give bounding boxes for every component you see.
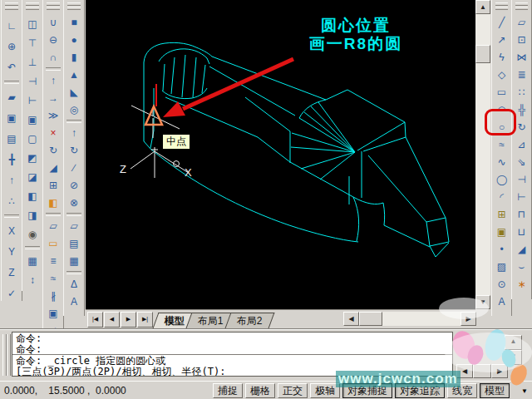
drawing-vscrollbar[interactable]: ▲ ▼ [475, 0, 490, 309]
status-button-捕捉[interactable]: 捕捉 [213, 383, 243, 398]
view-left-icon[interactable]: ⊣ [24, 74, 41, 89]
drawing-hscrollbar[interactable]: ◀ ▶ [343, 312, 475, 326]
offset-faces-icon[interactable]: ≫ [45, 108, 62, 123]
stretch-icon[interactable]: ⇘ [514, 155, 530, 170]
rotate-faces-icon[interactable]: ↻ [45, 143, 62, 158]
toolbar-grip[interactable] [43, 2, 63, 11]
mirror-icon[interactable]: ⋈ [514, 50, 530, 65]
extend-icon[interactable]: ⊢ [514, 190, 530, 204]
copy-faces-icon[interactable]: ⊞ [45, 178, 62, 193]
command-hscroll-thumb[interactable] [473, 364, 491, 378]
scroll-down-button[interactable]: ▼ [475, 295, 490, 309]
scroll-right-button[interactable]: ▶ [461, 312, 476, 326]
section-icon[interactable]: ⊘ [66, 178, 82, 193]
toolbar-grip[interactable] [2, 2, 22, 11]
intersect-icon[interactable]: ∩ [45, 50, 62, 65]
sphere-icon[interactable]: ● [66, 32, 82, 47]
scroll-left-button[interactable]: ◀ [343, 312, 359, 326]
torus-icon[interactable]: ◎ [66, 102, 82, 117]
cylinder-icon[interactable]: ▮ [66, 50, 82, 65]
copy-edges-icon[interactable]: ▱ [45, 219, 62, 234]
revision-cloud-icon[interactable]: ≈ [494, 137, 510, 152]
view-nw-isometric-icon[interactable]: ◨ [24, 208, 41, 223]
break-at-point-icon[interactable]: ⊓ [514, 207, 530, 222]
break-icon[interactable]: ⊔ [514, 224, 530, 239]
ellipse-arc-icon[interactable]: ◜ [494, 190, 510, 204]
toolbar-grip[interactable] [64, 2, 84, 11]
make-block-icon[interactable]: ▣ [494, 224, 510, 239]
construction-line-icon[interactable]: ↗ [494, 32, 510, 47]
view-bottom-icon[interactable]: ⊥ [24, 55, 41, 70]
view-ne-isometric-icon[interactable]: ◧ [24, 189, 41, 204]
ucs-face-icon[interactable]: ▰ [3, 90, 20, 105]
shell-icon[interactable]: ▣ [45, 306, 62, 321]
color-faces-icon[interactable]: ◧ [45, 195, 62, 210]
ucs-z-axis-vector-icon[interactable]: ↑ [3, 173, 20, 188]
union-icon[interactable]: ∪ [45, 15, 62, 30]
status-button-栅格[interactable]: 栅格 [245, 383, 275, 398]
ucs-origin-icon[interactable]: ╋ [3, 152, 20, 167]
status-button-正交[interactable]: 正交 [278, 383, 308, 398]
revolve-icon[interactable]: ↻ [66, 143, 82, 158]
taper-faces-icon[interactable]: ◢ [45, 160, 62, 175]
ucs-previous-icon[interactable]: ↶ [3, 60, 20, 75]
camera-icon[interactable]: ◉ [24, 227, 41, 242]
command-scroll-up-button[interactable]: ▲ [505, 335, 522, 350]
toolbar-grip[interactable] [22, 2, 42, 11]
line-icon[interactable]: ╱ [494, 15, 510, 30]
ucs-y-icon[interactable]: Y [3, 244, 20, 259]
text-triangle-icon[interactable]: Δ [66, 277, 82, 292]
spline-icon[interactable]: ∿ [494, 155, 510, 170]
status-button-线宽[interactable]: 线宽 [447, 383, 477, 398]
command-scroll-left-button[interactable]: ◀ [456, 364, 473, 378]
wedge-icon[interactable]: ◣ [66, 85, 82, 100]
command-text-area[interactable]: 命令: 命令: 命令: _circle 指定圆的圆心或 [三点(3P)/两点(2… [12, 332, 453, 377]
hatch-icon[interactable]: ▨ [494, 259, 510, 274]
scale-icon[interactable]: ⊿ [514, 137, 530, 152]
command-window-grip[interactable] [7, 334, 11, 376]
setup-view-icon[interactable]: ▤ [66, 236, 82, 251]
command-scroll-down-button[interactable]: ▼ [505, 350, 522, 365]
fillet-icon[interactable]: ⌣ [514, 259, 530, 274]
copy-icon[interactable]: ⊡ [514, 32, 530, 47]
tab-layout2[interactable]: 布局2 [224, 313, 274, 328]
ucs-z-icon[interactable]: Z [3, 265, 20, 280]
ucs-x-icon[interactable]: X [3, 224, 20, 239]
ucs-icon[interactable]: ∟ [3, 18, 20, 33]
point-icon[interactable]: • [494, 242, 510, 257]
view-sw-isometric-icon[interactable]: ◩ [24, 150, 41, 165]
command-scroll-right-button[interactable]: ▶ [491, 364, 508, 378]
ucs-view-icon[interactable]: ▤ [3, 131, 20, 146]
trim-icon[interactable]: ⊣ [514, 172, 530, 187]
toolbar-grip[interactable] [492, 2, 511, 11]
imprint-icon[interactable]: ≡ [45, 254, 62, 268]
subtract-icon[interactable]: ⊖ [45, 32, 62, 47]
ucs-object-icon[interactable]: ▣ [3, 111, 20, 126]
status-button-对象追踪[interactable]: 对象追踪 [395, 383, 445, 398]
erase-icon[interactable]: ▱ [514, 15, 530, 30]
status-button-对象捕捉[interactable]: 对象捕捉 [342, 383, 392, 398]
setup-profile-icon[interactable]: ▦ [66, 254, 82, 268]
named-views-icon[interactable]: ◫ [24, 17, 41, 32]
setup-drawing-icon[interactable]: ▱ [66, 219, 82, 234]
move-ucs-origin-icon[interactable]: ↕ [24, 273, 41, 288]
extrude-icon[interactable]: ↑ [66, 126, 82, 140]
scale-text-icon[interactable]: A [66, 294, 82, 309]
tab-nav-first-button[interactable]: |◀ [87, 312, 103, 328]
ucs-apply-icon[interactable]: ✓ [3, 286, 20, 301]
insert-block-icon[interactable]: ⊞ [494, 207, 510, 222]
clean-icon[interactable]: ≈ [45, 271, 62, 286]
status-button-极轴[interactable]: 极轴 [310, 383, 340, 398]
view-front-icon[interactable]: ▣ [24, 112, 41, 127]
vscroll-thumb[interactable] [475, 45, 490, 63]
ellipse-icon[interactable]: ◯ [494, 172, 510, 187]
coordinate-readout[interactable]: 0.0000, 15.5000 , 0.0000 [4, 385, 126, 397]
multiline-text-icon[interactable]: A [494, 294, 510, 309]
offset-icon[interactable]: ≣ [514, 67, 530, 82]
polygon-icon[interactable]: ◇ [494, 67, 510, 82]
scroll-up-button[interactable]: ▲ [475, 0, 490, 14]
box-icon[interactable]: ■ [66, 15, 82, 30]
delete-faces-icon[interactable]: × [45, 126, 62, 140]
explode-icon[interactable]: ∗ [514, 277, 530, 292]
toolbar-grip[interactable] [512, 2, 531, 11]
